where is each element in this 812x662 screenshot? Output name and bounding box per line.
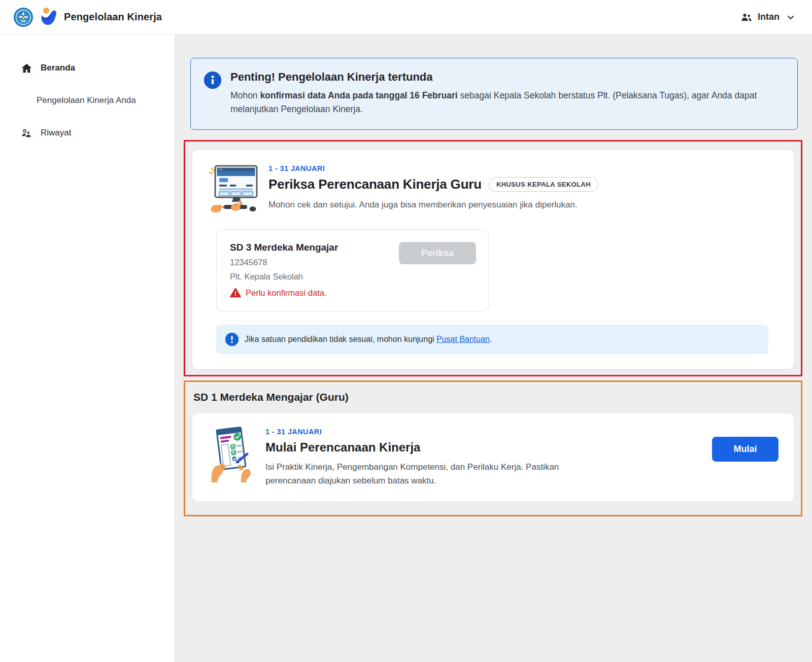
main-content: Penting! Pengelolaan Kinerja tertunda Mo… <box>175 34 812 662</box>
kemdikbud-logo-icon <box>13 7 33 27</box>
help-note-prefix: Jika satuan pendidikan tidak sesuai, moh… <box>245 335 436 343</box>
periksa-perencanaan-card: 1 - 31 JANUARI Periksa Perencanaan Kiner… <box>192 150 794 369</box>
periksa-task-description: Mohon cek dan setujui. Anda juga bisa me… <box>268 198 598 212</box>
date-range-label: 1 - 31 JANUARI <box>268 164 598 172</box>
info-icon <box>204 72 221 89</box>
guru-section-heading: SD 1 Merdeka Mengajar (Guru) <box>193 391 794 403</box>
app-title: Pengelolaan Kinerja <box>64 11 162 23</box>
mulai-perencanaan-card: 1 - 31 JANUARI Mulai Perencanaan Kinerja… <box>192 413 794 502</box>
pusat-bantuan-link[interactable]: Pusat Bantuan <box>436 335 490 343</box>
people-icon <box>20 127 32 139</box>
notice-banner: Penting! Pengelolaan Kinerja tertunda Mo… <box>190 58 798 130</box>
periksa-button[interactable]: Periksa <box>399 242 476 264</box>
merdeka-mengajar-logo-icon <box>40 7 58 27</box>
date-range-label: 1 - 31 JANUARI <box>265 428 702 436</box>
mulai-task-description: Isi Praktik Kinerja, Pengembangan Kompet… <box>265 461 590 487</box>
checklist-hands-illustration <box>207 426 255 487</box>
mulai-task-text: 1 - 31 JANUARI Mulai Perencanaan Kinerja… <box>265 426 702 487</box>
notice-banner-body: Mohon konfirmasi data Anda pada tanggal … <box>230 89 779 116</box>
mulai-button[interactable]: Mulai <box>712 437 779 462</box>
notice-body-bold: konfirmasi data Anda pada tanggal 16 Feb… <box>260 90 457 100</box>
school-card-info: SD 3 Merdeka Mengajar 12345678 Plt. Kepa… <box>230 242 338 298</box>
account-name: Intan <box>758 12 780 22</box>
sidebar-item-label: Riwayat <box>41 128 71 138</box>
highlight-red-annotation: 1 - 31 JANUARI Periksa Perencanaan Kiner… <box>184 140 802 376</box>
account-menu-button[interactable]: Intan <box>738 8 799 26</box>
notice-banner-title: Penting! Pengelolaan Kinerja tertunda <box>230 71 779 84</box>
school-name: SD 3 Merdeka Mengajar <box>230 242 338 253</box>
monitor-hands-illustration <box>205 162 259 217</box>
sidebar-item-riwayat[interactable]: Riwayat <box>0 121 175 145</box>
sidebar-item-label: Pengelolaan Kinerja Anda <box>37 95 136 105</box>
help-note-suffix: . <box>490 335 492 343</box>
school-role: Plt. Kepala Sekolah <box>230 272 338 282</box>
header-brand[interactable]: Pengelolaan Kinerja <box>13 7 162 27</box>
school-warning: Perlu konfirmasi data. <box>230 288 338 298</box>
chevron-down-icon <box>785 11 797 23</box>
school-card: SD 3 Merdeka Mengajar 12345678 Plt. Kepa… <box>216 229 489 311</box>
notice-body-prefix: Mohon <box>230 90 260 100</box>
school-id: 12345678 <box>230 258 338 267</box>
app-header: Pengelolaan Kinerja Intan <box>0 0 812 34</box>
periksa-task-title: Periksa Perencanaan Kinerja Guru <box>268 177 482 192</box>
khusus-kepala-sekolah-badge: KHUSUS KEPALA SEKOLAH <box>489 177 598 192</box>
warning-triangle-icon <box>230 288 241 298</box>
alert-circle-icon <box>225 333 239 346</box>
sidebar-item-label: Beranda <box>41 63 75 73</box>
sidebar: Beranda Pengelolaan Kinerja Anda Riwayat <box>0 34 175 662</box>
mulai-task-title: Mulai Perencanaan Kinerja <box>265 440 702 455</box>
notice-banner-text: Penting! Pengelolaan Kinerja tertunda Mo… <box>230 71 779 116</box>
help-strip: Jika satuan pendidikan tidak sesuai, moh… <box>216 325 768 354</box>
periksa-task-text: 1 - 31 JANUARI Periksa Perencanaan Kiner… <box>268 162 598 217</box>
people-icon <box>740 11 753 23</box>
highlight-orange-annotation: SD 1 Merdeka Mengajar (Guru) <box>184 380 802 516</box>
school-warning-text: Perlu konfirmasi data. <box>246 288 327 298</box>
help-strip-text: Jika satuan pendidikan tidak sesuai, moh… <box>245 335 492 344</box>
home-icon <box>20 62 32 74</box>
sidebar-item-pengelolaan-kinerja-anda[interactable]: Pengelolaan Kinerja Anda <box>0 88 175 113</box>
sidebar-item-beranda[interactable]: Beranda <box>0 56 175 80</box>
